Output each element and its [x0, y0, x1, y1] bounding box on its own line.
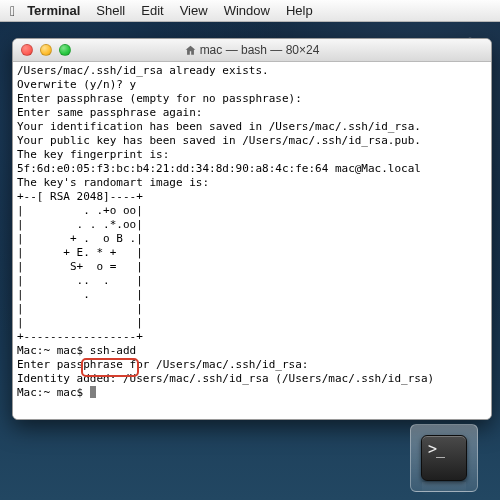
home-icon — [185, 45, 196, 56]
terminal-content[interactable]: /Users/mac/.ssh/id_rsa already exists. O… — [13, 62, 491, 419]
command-highlight — [81, 358, 139, 377]
window-minimize-button[interactable] — [40, 44, 52, 56]
dock-item-terminal[interactable] — [421, 435, 467, 481]
menubar-item-edit[interactable]: Edit — [141, 3, 163, 18]
menubar-item-view[interactable]: View — [180, 3, 208, 18]
desktop-background:  Terminal Shell Edit View Window Help m… — [0, 0, 500, 500]
menubar-item-window[interactable]: Window — [224, 3, 270, 18]
window-titlebar[interactable]: mac — bash — 80×24 — [13, 39, 491, 62]
window-close-button[interactable] — [21, 44, 33, 56]
menubar-app-name[interactable]: Terminal — [27, 3, 80, 18]
system-menubar:  Terminal Shell Edit View Window Help — [0, 0, 500, 22]
window-traffic-lights — [21, 44, 71, 56]
menubar-item-help[interactable]: Help — [286, 3, 313, 18]
terminal-cursor — [90, 386, 96, 398]
window-title: mac — bash — 80×24 — [13, 43, 491, 57]
dock — [410, 424, 478, 492]
window-zoom-button[interactable] — [59, 44, 71, 56]
menubar-item-shell[interactable]: Shell — [96, 3, 125, 18]
apple-menu-icon[interactable]:  — [10, 3, 15, 19]
dock-reflection — [422, 482, 466, 496]
terminal-window: mac — bash — 80×24 /Users/mac/.ssh/id_rs… — [12, 38, 492, 420]
